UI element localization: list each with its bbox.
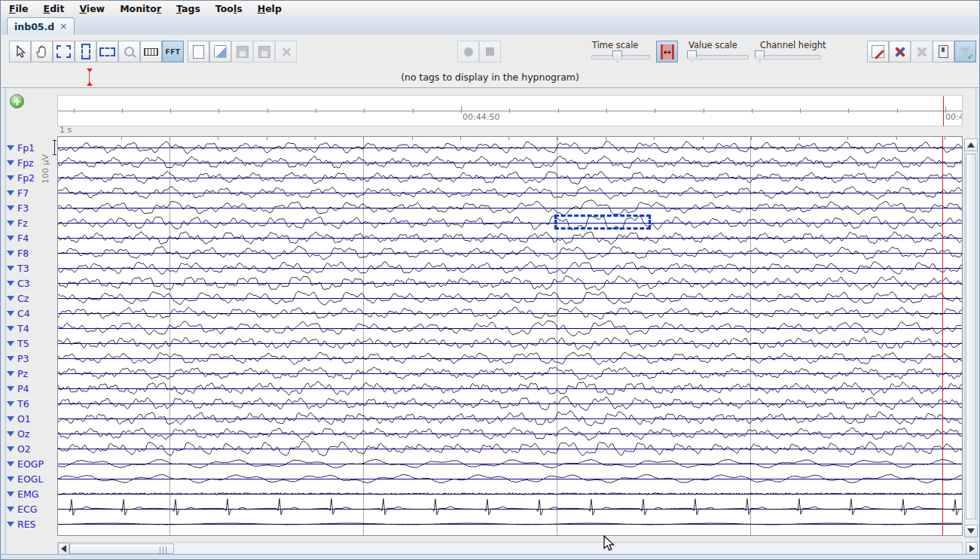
time-scale-slider-thumb[interactable] [612, 50, 622, 62]
toggle-panel-button[interactable] [933, 41, 954, 62]
channel-dropdown-icon[interactable] [7, 311, 14, 316]
filter-button[interactable]: ✓ [954, 41, 976, 62]
vertical-scrollbar-thumb[interactable] [966, 154, 976, 519]
channel-dropdown-icon[interactable] [7, 281, 14, 286]
channel-label-c3[interactable]: C3 [7, 275, 30, 291]
channel-label-o1[interactable]: O1 [7, 411, 31, 426]
menu-view[interactable]: View [72, 2, 112, 17]
channel-dropdown-icon[interactable] [7, 221, 14, 226]
signal-selection[interactable] [554, 215, 651, 230]
channel-dropdown-icon[interactable] [7, 507, 14, 512]
channel-label-fz[interactable]: Fz [7, 215, 28, 230]
channel-label-f7[interactable]: F7 [7, 185, 29, 200]
measure-tool-button[interactable] [140, 41, 162, 62]
channel-label-t3[interactable]: T3 [7, 260, 29, 275]
channel-label-p3[interactable]: P3 [7, 351, 29, 366]
channel-dropdown-icon[interactable] [7, 371, 14, 376]
channel-dropdown-icon[interactable] [7, 492, 14, 497]
channel-height-slider[interactable] [755, 50, 821, 62]
menu-edit[interactable]: Edit [36, 2, 72, 17]
channel-label-f8[interactable]: F8 [7, 245, 29, 260]
channel-dropdown-icon[interactable] [7, 386, 14, 391]
montage-edit-button[interactable] [867, 41, 889, 62]
channel-dropdown-icon[interactable] [7, 175, 14, 181]
channel-name: Oz [17, 428, 29, 440]
channel-label-emg[interactable]: EMG [7, 486, 38, 501]
scroll-up-button[interactable] [964, 138, 978, 151]
channel-label-f4[interactable]: F4 [7, 230, 29, 245]
channel-dropdown-icon[interactable] [7, 476, 14, 482]
channel-label-f3[interactable]: F3 [7, 200, 29, 215]
channel-dropdown-icon[interactable] [7, 326, 14, 331]
channel-dropdown-icon[interactable] [7, 205, 14, 211]
menu-help[interactable]: Help [250, 2, 289, 17]
column-select-tool-button[interactable] [75, 41, 96, 62]
row-select-tool-button[interactable] [96, 41, 118, 62]
channel-label-res[interactable]: RES [7, 516, 36, 531]
time-ruler[interactable]: 00:44:50 00:4 [57, 95, 963, 126]
channel-label-ecg[interactable]: ECG [7, 501, 37, 516]
channel-dropdown-icon[interactable] [7, 251, 14, 256]
channel-dropdown-icon[interactable] [7, 145, 14, 151]
channel-dropdown-icon[interactable] [7, 416, 14, 422]
channel-label-eogl[interactable]: EOGL [7, 471, 43, 486]
menu-monitor[interactable]: Monitor [112, 2, 169, 17]
channel-label-fp2[interactable]: Fp2 [7, 170, 35, 185]
channel-name: T6 [17, 398, 29, 409]
channel-label-pz[interactable]: Pz [7, 366, 28, 381]
horizontal-scrollbar-thumb[interactable] [69, 543, 174, 554]
menu-tools[interactable]: Tools [208, 2, 250, 17]
channel-dropdown-icon[interactable] [7, 341, 14, 346]
channel-name: T5 [17, 338, 29, 349]
signal-tools-button[interactable] [889, 41, 911, 62]
channel-label-c4[interactable]: C4 [7, 306, 30, 321]
channel-label-t6[interactable]: T6 [7, 396, 29, 411]
zoom-tool-button[interactable] [118, 41, 140, 62]
channel-dropdown-icon[interactable] [7, 446, 14, 452]
pan-tool-button[interactable] [31, 41, 53, 62]
channel-label-cz[interactable]: Cz [7, 291, 29, 306]
time-scale-slider[interactable] [591, 50, 650, 62]
tab-inb05[interactable]: inb05.d × [7, 17, 75, 35]
channel-dropdown-icon[interactable] [7, 522, 14, 527]
channel-dropdown-icon[interactable] [7, 401, 14, 406]
scroll-down-button[interactable] [964, 525, 978, 537]
channel-label-p4[interactable]: P4 [7, 381, 29, 396]
channel-dropdown-icon[interactable] [7, 461, 14, 467]
channel-label-fp1[interactable]: Fp1 [7, 140, 35, 155]
channel-dropdown-icon[interactable] [7, 236, 14, 241]
channel-dropdown-icon[interactable] [7, 356, 14, 361]
tab-close-icon[interactable]: × [60, 22, 67, 31]
vertical-scrollbar[interactable] [964, 138, 978, 537]
fit-width-button[interactable]: ↔ [656, 41, 678, 62]
filter-check-icon: ✓ [967, 53, 974, 61]
channel-dropdown-icon[interactable] [7, 160, 14, 166]
add-channel-button[interactable] [10, 94, 24, 108]
channel-label-oz[interactable]: Oz [7, 426, 29, 441]
channel-label-t5[interactable]: T5 [7, 336, 29, 351]
channel-dropdown-icon[interactable] [7, 296, 14, 301]
menu-tags[interactable]: Tags [169, 2, 208, 17]
channel-dropdown-icon[interactable] [7, 190, 14, 196]
channel-height-slider-thumb[interactable] [755, 50, 765, 62]
signal-plot[interactable] [57, 136, 963, 536]
channel-dropdown-icon[interactable] [7, 266, 14, 271]
value-scale-slider-thumb[interactable] [687, 50, 697, 62]
channel-name: Fz [17, 218, 28, 229]
channel-label-t4[interactable]: T4 [7, 321, 29, 336]
channel-label-o2[interactable]: O2 [7, 441, 31, 456]
new-document-button[interactable] [188, 41, 209, 62]
pointer-tool-button[interactable] [9, 41, 31, 62]
select-tool-button[interactable] [53, 41, 75, 62]
signal-canvas[interactable] [58, 137, 962, 535]
open-document-button[interactable] [209, 41, 231, 62]
channel-label-fpz[interactable]: Fpz [7, 155, 34, 170]
fft-tool-button[interactable]: FFT [162, 41, 184, 62]
scroll-left-button[interactable] [58, 543, 69, 555]
channel-dropdown-icon[interactable] [7, 431, 14, 437]
channel-name: O2 [17, 443, 31, 455]
channel-name: P4 [17, 383, 29, 394]
channel-label-eogp[interactable]: EOGP [7, 456, 44, 471]
menu-file[interactable]: File [2, 2, 36, 17]
value-scale-slider[interactable] [687, 50, 749, 62]
